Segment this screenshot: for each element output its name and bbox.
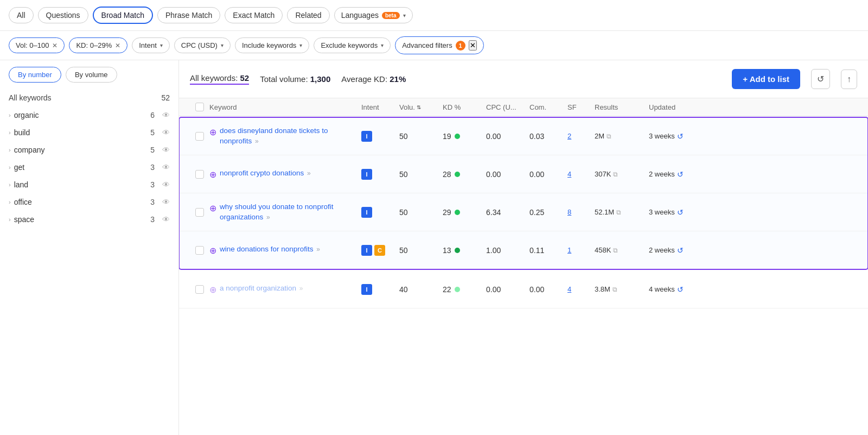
add-to-list-button[interactable]: + Add to list bbox=[732, 69, 800, 89]
kd-cell: 22 bbox=[443, 285, 486, 294]
intent-badge-i: I bbox=[361, 131, 372, 142]
sidebar-item-get[interactable]: › get 3 👁 bbox=[0, 159, 178, 176]
row-checkbox-cell bbox=[190, 285, 209, 294]
total-volume-label: Total volume: bbox=[260, 74, 308, 84]
tab-questions[interactable]: Questions bbox=[38, 7, 88, 23]
table-row: ⊕ why should you donate to nonprofit org… bbox=[179, 193, 868, 231]
content-header: All keywords: 52 Total volume: 1,300 Ave… bbox=[179, 60, 868, 98]
total-volume-stat: Total volume: 1,300 bbox=[260, 74, 330, 84]
keyword-arrows-icon: » bbox=[266, 213, 270, 221]
keyword-text[interactable]: nonprofit crypto donations » bbox=[220, 168, 311, 179]
chevron-right-icon: › bbox=[9, 129, 11, 136]
sidebar-item-build[interactable]: › build 5 👁 bbox=[0, 124, 178, 141]
eye-icon[interactable]: 👁 bbox=[162, 215, 170, 224]
keyword-text[interactable]: why should you donate to nonprofit organ… bbox=[220, 202, 357, 223]
tab-exact-match[interactable]: Exact Match bbox=[225, 7, 283, 23]
th-updated: Updated bbox=[649, 103, 703, 111]
keyword-arrows-icon: » bbox=[316, 245, 320, 253]
results-copy-icon: ⧉ bbox=[613, 247, 618, 254]
vol-filter-remove[interactable]: ✕ bbox=[52, 42, 58, 49]
cpc-cell: 0.00 bbox=[486, 132, 529, 141]
languages-dropdown[interactable]: Languages beta ▾ bbox=[334, 7, 413, 23]
keywords-table: Keyword Intent Volu. ⇅ KD % CPC (U... Co… bbox=[179, 98, 868, 308]
th-results: Results bbox=[595, 103, 649, 111]
intent-cell: I bbox=[361, 131, 399, 142]
eye-icon[interactable]: 👁 bbox=[162, 146, 170, 154]
refresh-row-icon[interactable]: ↺ bbox=[677, 208, 684, 217]
refresh-row-icon[interactable]: ↺ bbox=[677, 132, 684, 141]
kd-filter-chip[interactable]: KD: 0–29% ✕ bbox=[69, 37, 127, 53]
advanced-filters-remove[interactable]: ✕ bbox=[469, 40, 477, 51]
vol-filter-label: Vol: 0–100 bbox=[16, 41, 49, 49]
keyword-expand-icon[interactable]: ⊕ bbox=[209, 203, 216, 213]
kd-filter-remove[interactable]: ✕ bbox=[115, 42, 120, 49]
cpc-cell: 6.34 bbox=[486, 208, 529, 217]
sidebar-item-label: space bbox=[14, 215, 148, 224]
keyword-expand-icon[interactable]: ⊕ bbox=[209, 127, 216, 137]
select-all-checkbox[interactable] bbox=[195, 103, 204, 111]
th-volume[interactable]: Volu. ⇅ bbox=[399, 103, 443, 111]
intent-filter-chip[interactable]: Intent ▾ bbox=[132, 37, 170, 53]
keyword-expand-icon[interactable]: ⊕ bbox=[209, 245, 216, 256]
sf-cell[interactable]: 4 bbox=[567, 170, 595, 178]
sidebar-item-count: 5 bbox=[150, 146, 155, 154]
results-copy-icon: ⧉ bbox=[607, 133, 611, 140]
row-checkbox[interactable] bbox=[195, 132, 204, 141]
sidebar-item-land[interactable]: › land 3 👁 bbox=[0, 176, 178, 193]
eye-icon[interactable]: 👁 bbox=[162, 180, 170, 189]
exclude-keywords-chip[interactable]: Exclude keywords ▾ bbox=[314, 37, 391, 53]
sidebar-item-office[interactable]: › office 3 👁 bbox=[0, 193, 178, 211]
volume-cell: 50 bbox=[399, 246, 443, 255]
intent-cell: I bbox=[361, 284, 399, 295]
include-keywords-chip[interactable]: Include keywords ▾ bbox=[235, 37, 309, 53]
tab-all[interactable]: All bbox=[9, 7, 34, 23]
refresh-button[interactable]: ↺ bbox=[811, 69, 830, 89]
refresh-row-icon[interactable]: ↺ bbox=[677, 246, 684, 255]
row-checkbox-cell bbox=[190, 208, 209, 217]
refresh-row-icon[interactable]: ↺ bbox=[677, 170, 684, 179]
keyword-expand-icon[interactable]: ⊕ bbox=[209, 285, 216, 295]
export-button[interactable]: ↑ bbox=[841, 70, 857, 89]
cpc-filter-chip[interactable]: CPC (USD) ▾ bbox=[174, 37, 231, 53]
eye-icon[interactable]: 👁 bbox=[162, 198, 170, 206]
keyword-cell: ⊕ why should you donate to nonprofit org… bbox=[209, 196, 361, 229]
sidebar-item-company[interactable]: › company 5 👁 bbox=[0, 141, 178, 159]
chevron-right-icon: › bbox=[9, 181, 11, 188]
row-checkbox[interactable] bbox=[195, 285, 204, 294]
intent-badge-i: I bbox=[361, 207, 372, 218]
sidebar-all-keywords-label: All keywords bbox=[9, 93, 52, 102]
keyword-text[interactable]: does disneyland donate tickets to nonpro… bbox=[220, 126, 357, 147]
keyword-arrows-icon: » bbox=[299, 285, 303, 292]
tab-broad-match[interactable]: Broad Match bbox=[93, 7, 153, 24]
header-checkbox-cell bbox=[190, 103, 209, 111]
results-copy-icon: ⧉ bbox=[613, 171, 618, 178]
eye-icon[interactable]: 👁 bbox=[162, 111, 170, 119]
row-checkbox[interactable] bbox=[195, 208, 204, 217]
row-checkbox[interactable] bbox=[195, 170, 204, 179]
vol-filter-chip[interactable]: Vol: 0–100 ✕ bbox=[9, 37, 65, 53]
kd-dot-icon bbox=[455, 134, 460, 139]
keyword-text[interactable]: wine donations for nonprofits » bbox=[220, 244, 320, 255]
eye-icon[interactable]: 👁 bbox=[162, 163, 170, 172]
row-checkbox[interactable] bbox=[195, 246, 204, 255]
sf-cell[interactable]: 4 bbox=[567, 285, 595, 293]
sort-by-volume-button[interactable]: By volume bbox=[66, 67, 117, 83]
sidebar-item-space[interactable]: › space 3 👁 bbox=[0, 211, 178, 228]
com-cell: 0.00 bbox=[529, 285, 567, 294]
beta-badge: beta bbox=[382, 12, 400, 19]
sf-cell[interactable]: 1 bbox=[567, 246, 595, 254]
advanced-filters-chip[interactable]: Advanced filters 1 ✕ bbox=[395, 36, 484, 54]
refresh-row-icon[interactable]: ↺ bbox=[677, 285, 684, 294]
keyword-text[interactable]: a nonprofit organization » bbox=[220, 283, 303, 294]
sf-cell[interactable]: 2 bbox=[567, 132, 595, 140]
chevron-right-icon: › bbox=[9, 164, 11, 171]
sf-cell[interactable]: 8 bbox=[567, 208, 595, 216]
results-cell: 458K ⧉ bbox=[595, 246, 649, 254]
tab-phrase-match[interactable]: Phrase Match bbox=[157, 7, 220, 23]
row-checkbox-cell bbox=[190, 132, 209, 141]
sidebar-item-organic[interactable]: › organic 6 👁 bbox=[0, 106, 178, 124]
eye-icon[interactable]: 👁 bbox=[162, 128, 170, 137]
tab-related[interactable]: Related bbox=[287, 7, 329, 23]
sort-by-number-button[interactable]: By number bbox=[9, 67, 61, 83]
keyword-expand-icon[interactable]: ⊕ bbox=[209, 169, 216, 180]
